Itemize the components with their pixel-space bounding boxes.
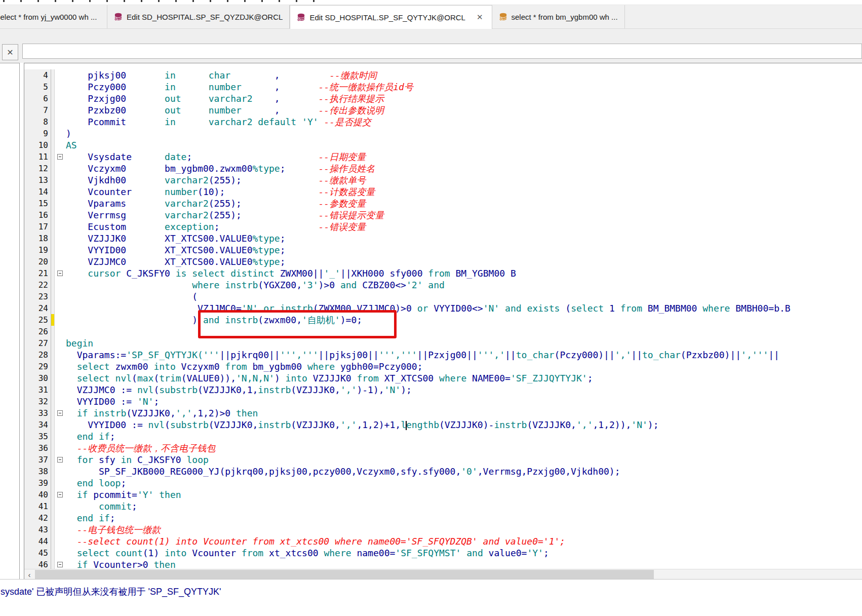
fold-column — [54, 233, 65, 244]
code-editor[interactable]: 4 pjksj00 in char , --缴款时间5 Pczy000 in n… — [24, 63, 862, 580]
code-text[interactable]: VZJJMC0 := nvl(substrb(VZJJJK0,1,instrb(… — [65, 384, 412, 396]
fold-column — [54, 442, 65, 454]
code-text[interactable]: pjksj00 in char , --缴款时间 — [65, 69, 377, 81]
code-text[interactable]: end if; — [65, 512, 115, 524]
gutter-bar — [51, 186, 54, 198]
code-text[interactable]: begin — [65, 337, 93, 349]
scroll-left-button[interactable]: ‹ — [24, 569, 34, 580]
modified-line-marker — [51, 314, 54, 326]
horizontal-scrollbar[interactable]: ‹ — [24, 569, 862, 580]
gutter-bar — [51, 466, 54, 477]
code-line-45: 45 select count(1) into Vcounter from xt… — [24, 547, 862, 559]
tab-4[interactable]: select * from bm_ygbm00 wh ... — [492, 5, 625, 28]
gutter-bar — [51, 361, 54, 372]
tab-1[interactable]: select * from yj_yw0000 wh ... — [0, 5, 107, 28]
search-input[interactable] — [22, 44, 862, 59]
fold-column — [54, 535, 65, 547]
code-text[interactable]: Pzxbz00 out number , --传出参数说明 — [65, 104, 384, 116]
line-number: 18 — [24, 233, 51, 244]
code-text[interactable]: ) and instrb(zwxm00,'自助机')=0; — [65, 314, 362, 326]
code-text[interactable]: Ecustom exception; --错误变量 — [65, 221, 366, 233]
code-text[interactable]: Vparams:='SP_SF_QYTYJK('''||pjkrq00||'''… — [65, 349, 779, 361]
code-text[interactable]: VYYID00 := nvl(substrb(VZJJJK0,instrb(VZ… — [65, 419, 659, 431]
gutter-bar — [51, 372, 54, 384]
code-text[interactable]: Vsysdate date; --日期变量 — [65, 151, 366, 163]
fold-column — [54, 512, 65, 524]
fold-column — [54, 407, 65, 419]
code-text[interactable]: end if; — [65, 431, 115, 442]
code-text[interactable]: VZJJMC0='N' or instrb(ZWXM00,VZJJMC0)>0 … — [65, 302, 791, 314]
code-lines[interactable]: 4 pjksj00 in char , --缴款时间5 Pczy000 in n… — [24, 63, 862, 569]
code-text[interactable]: Pcommit in varchar2 default 'Y' --是否提交 — [65, 116, 371, 128]
line-number: 16 — [24, 209, 51, 221]
code-text[interactable] — [65, 326, 66, 337]
fold-collapse-icon[interactable] — [57, 562, 63, 567]
scrollbar-thumb[interactable] — [35, 570, 654, 579]
code-line-37: 37 for sfy in C_JKSFY0 loop — [24, 454, 862, 466]
fold-column — [54, 209, 65, 221]
code-text[interactable]: Vparams varchar2(255); --参数变量 — [65, 198, 366, 209]
code-text[interactable]: if instrb(VZJJJK0,',',1,2)>0 then — [65, 407, 258, 419]
code-line-31: 31 VZJJMC0 := nvl(substrb(VZJJJK0,1,inst… — [24, 384, 862, 396]
line-number: 33 — [24, 407, 51, 419]
code-text[interactable]: select nvl(max(trim(VALUE0)),'N,N,N') in… — [65, 372, 593, 384]
code-line-14: 14 Vcounter number(10); --计数器变量 — [24, 186, 862, 198]
line-number: 10 — [24, 139, 51, 151]
fold-collapse-icon[interactable] — [57, 271, 63, 276]
code-text[interactable]: Pczy000 in number , --统一缴款操作员id号 — [65, 81, 413, 93]
fold-collapse-icon[interactable] — [57, 492, 63, 497]
code-line-5: 5 Pczy000 in number , --统一缴款操作员id号 — [24, 81, 862, 93]
fold-column — [54, 256, 65, 267]
code-text[interactable]: for sfy in C_JKSFY0 loop — [65, 454, 209, 466]
code-line-20: 20 VZJJMC0 XT_XTCS00.VALUE0%type; — [24, 256, 862, 267]
code-text[interactable]: if Vcounter>0 then — [65, 559, 176, 569]
fold-column — [54, 384, 65, 396]
gutter-bar — [51, 198, 54, 209]
code-text[interactable]: Vcounter number(10); --计数器变量 — [65, 186, 375, 198]
line-number: 29 — [24, 361, 51, 372]
fold-column — [54, 174, 65, 186]
code-text[interactable]: --select count(1) into Vcounter from xt_… — [65, 535, 565, 547]
tab-2[interactable]: Edit SD_HOSPITAL.SP_SF_QYZDJK@ORCL — [107, 5, 290, 28]
line-number: 27 — [24, 337, 51, 349]
fold-collapse-icon[interactable] — [57, 410, 63, 416]
line-number: 4 — [24, 69, 51, 81]
code-text[interactable]: Vjkdh00 varchar2(255); --缴款单号 — [65, 174, 366, 186]
code-text[interactable]: VZJJMC0 XT_XTCS00.VALUE0%type; — [65, 256, 286, 267]
tab-close-icon[interactable]: ✕ — [475, 12, 485, 22]
code-line-17: 17 Ecustom exception; --错误变量 — [24, 221, 862, 233]
code-text[interactable]: VYYID00 := 'N'; — [65, 396, 159, 407]
code-line-38: 38 SP_SF_JKB000_REG000_YJ(pjkrq00,pjksj0… — [24, 466, 862, 477]
fold-column — [54, 466, 65, 477]
tab-3[interactable]: Edit SD_HOSPITAL.SP_SF_QYTYJK@ORCL✕ — [290, 5, 492, 29]
code-text[interactable]: AS — [65, 139, 77, 151]
code-text[interactable]: select zwxm00 into Vczyxm0 from bm_ygbm0… — [65, 361, 422, 372]
fold-column — [54, 454, 65, 466]
code-text[interactable]: if pcommit='Y' then — [65, 489, 181, 500]
code-text[interactable]: ( — [65, 291, 198, 302]
fold-column — [54, 302, 65, 314]
code-text[interactable]: SP_SF_JKB000_REG000_YJ(pjkrq00,pjksj00,p… — [65, 466, 620, 477]
code-text[interactable]: --收费员统一缴款，不含电子钱包 — [65, 442, 215, 454]
gutter-bar — [51, 267, 54, 279]
code-text[interactable]: end loop; — [65, 477, 126, 489]
code-text[interactable]: Pzxjg00 out varchar2 , --执行结果提示 — [65, 93, 384, 104]
gutter-bar — [51, 139, 54, 151]
code-text[interactable]: Vczyxm0 bm_ygbm00.zwxm00%type; --操作员姓名 — [65, 163, 375, 174]
code-text[interactable]: cursor C_JKSFY0 is select distinct ZWXM0… — [65, 267, 516, 279]
code-text[interactable]: VZJJJK0 XT_XTCS00.VALUE0%type; — [65, 233, 286, 244]
fold-column — [54, 489, 65, 500]
gutter-bar — [51, 454, 54, 466]
gutter-bar — [51, 93, 54, 104]
fold-collapse-icon[interactable] — [57, 457, 63, 463]
code-text[interactable]: ) — [65, 128, 71, 139]
code-text[interactable]: VYYID00 XT_XTCS00.VALUE0%type; — [65, 244, 286, 256]
code-text[interactable]: where instrb(YGXZ00,'3')>0 and CZBZ00<>'… — [65, 279, 445, 291]
code-text[interactable]: --电子钱包统一缴款 — [65, 524, 161, 535]
code-text[interactable]: commit; — [65, 500, 137, 512]
fold-collapse-icon[interactable] — [57, 154, 63, 160]
panel-close-button[interactable]: ✕ — [2, 44, 18, 60]
code-text[interactable]: select count(1) into Vcounter from xt_xt… — [65, 547, 549, 559]
code-text[interactable]: Verrmsg varchar2(255); --错误提示变量 — [65, 209, 384, 221]
line-number: 46 — [24, 559, 51, 569]
